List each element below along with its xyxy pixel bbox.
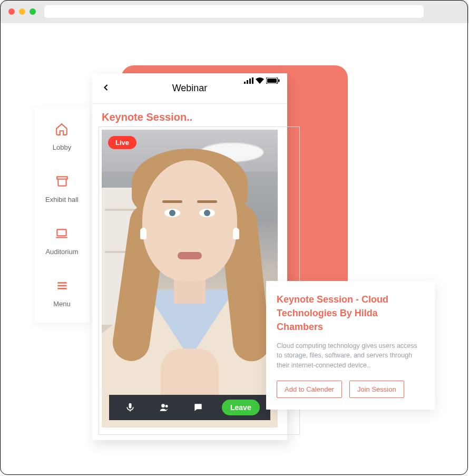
sidebar-item-auditorium[interactable]: Auditorium — [45, 227, 78, 256]
booth-icon — [55, 174, 69, 190]
svg-rect-0 — [57, 177, 67, 179]
chevron-left-icon — [101, 82, 111, 93]
session-heading: Keynote Session.. — [92, 104, 287, 130]
session-detail-actions: Add to Calender Join Session — [277, 381, 424, 398]
phone-mockup: Webinar Keynote Session.. — [92, 73, 287, 440]
leave-button[interactable]: Leave — [222, 400, 260, 415]
svg-rect-1 — [57, 229, 66, 236]
viewport: Lobby Exhibit hall Auditorium Menu — [0, 23, 469, 476]
people-icon — [159, 402, 170, 413]
mic-button[interactable] — [120, 397, 141, 418]
sidebar: Lobby Exhibit hall Auditorium Menu — [34, 108, 90, 323]
svg-point-13 — [165, 405, 168, 407]
svg-rect-11 — [278, 80, 280, 82]
svg-point-12 — [161, 404, 165, 407]
add-to-calendar-button[interactable]: Add to Calender — [277, 381, 342, 398]
session-detail-card: Keynote Session - Cloud Technologies By … — [266, 281, 435, 410]
svg-rect-7 — [249, 79, 251, 84]
mic-icon — [125, 402, 135, 413]
sidebar-item-label: Menu — [53, 300, 71, 308]
window-traffic-lights — [8, 8, 36, 15]
chat-button[interactable] — [188, 397, 209, 418]
sidebar-item-exhibit-hall[interactable]: Exhibit hall — [45, 174, 79, 203]
address-bar[interactable] — [44, 5, 424, 18]
sidebar-item-menu[interactable]: Menu — [53, 279, 71, 308]
close-window-icon[interactable] — [8, 8, 15, 15]
svg-rect-10 — [267, 79, 277, 83]
live-badge: Live — [108, 136, 136, 149]
maximize-window-icon[interactable] — [30, 8, 36, 15]
back-button[interactable] — [101, 82, 111, 95]
battery-icon — [266, 77, 280, 84]
join-session-button[interactable]: Join Session — [349, 381, 404, 398]
sidebar-item-label: Lobby — [53, 143, 71, 151]
chat-icon — [193, 402, 203, 413]
home-icon — [55, 122, 69, 138]
video-control-bar: Leave — [109, 395, 270, 420]
session-detail-title: Keynote Session - Cloud Technologies By … — [277, 293, 424, 334]
speaker-video[interactable]: Live Leave — [102, 130, 278, 428]
svg-rect-5 — [244, 82, 246, 84]
svg-rect-8 — [252, 77, 253, 84]
browser-chrome — [0, 0, 469, 23]
video-frame: Live Leave — [102, 130, 278, 428]
page-title: Webinar — [172, 83, 208, 94]
participants-button[interactable] — [154, 397, 175, 418]
sidebar-item-lobby[interactable]: Lobby — [53, 122, 71, 151]
signal-icon — [244, 77, 253, 84]
sidebar-item-label: Exhibit hall — [45, 196, 79, 203]
laptop-icon — [55, 227, 69, 242]
minimize-window-icon[interactable] — [19, 8, 25, 15]
session-detail-description: Cloud computing technology gives users a… — [277, 341, 424, 370]
svg-rect-6 — [247, 80, 248, 84]
menu-icon — [55, 279, 69, 295]
sidebar-item-label: Auditorium — [45, 248, 78, 256]
wifi-icon — [256, 77, 264, 84]
phone-header: Webinar — [92, 73, 287, 104]
phone-status-icons — [244, 77, 280, 84]
